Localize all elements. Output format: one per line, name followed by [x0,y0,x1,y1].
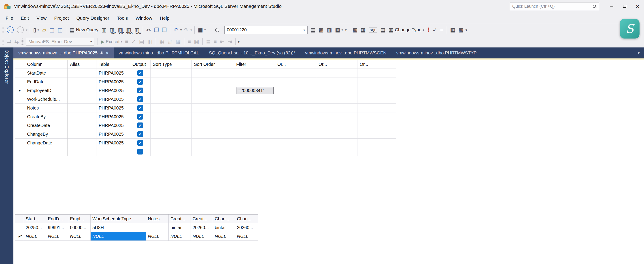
search-icon[interactable] [593,5,596,8]
menu-file[interactable]: File [2,13,17,24]
output-checkbox[interactable]: ✓ [137,114,143,120]
criteria-cell-table[interactable] [96,147,130,156]
criteria-cell-or2[interactable] [316,104,358,112]
criteria-cell-sort_order[interactable] [192,69,234,78]
criteria-cell-sort_type[interactable] [150,139,192,147]
criteria-cell-column[interactable]: EmployeeID [25,86,68,95]
criteria-cell-or2[interactable] [316,147,358,156]
results-cell[interactable]: NULL [46,232,68,241]
solution-explorer-button[interactable]: ▤ [309,25,317,35]
results-cell[interactable] [146,223,169,232]
new-file-button[interactable]: ▯▾ [32,25,41,35]
criteria-cell-sort_type[interactable] [150,130,192,139]
criteria-cell-sort_order[interactable] [192,121,234,130]
copy-button[interactable]: ❐ [152,25,160,35]
criteria-cell-table[interactable]: PHRPA0025 [96,104,130,112]
results-header-1[interactable]: Start... [24,214,46,223]
output-checkbox[interactable]: ✓ [137,88,143,93]
new-query-button[interactable]: ▤New Query [68,25,100,35]
criteria-cell-filter[interactable] [234,121,275,130]
criteria-cell-column[interactable]: ChangeDate [25,139,68,147]
criteria-cell-alias[interactable] [68,95,96,104]
criteria-cell-filter[interactable] [234,69,275,78]
show-sql-pane-button[interactable]: SQL [367,25,379,35]
criteria-cell-or3[interactable] [358,104,396,112]
criteria-cell-filter[interactable] [234,95,275,104]
criteria-cell-output[interactable]: ✓ [130,121,150,130]
output-checkbox[interactable]: ✓ [137,105,143,111]
query-designer-overflow[interactable]: ▾ [465,25,468,35]
criteria-cell-table[interactable]: PHRPA0025 [96,130,130,139]
criteria-cell-sort_order[interactable] [192,147,234,156]
criteria-cell-or2[interactable] [316,121,358,130]
results-header-2[interactable]: EndD... [46,214,68,223]
open-file-button[interactable]: ▱ [40,25,48,35]
results-row-selector[interactable] [15,223,24,232]
results-cell[interactable]: 00000... [68,223,90,232]
criteria-cell-or3[interactable] [358,121,396,130]
results-cell[interactable]: 99991... [46,223,68,232]
results-cell[interactable]: 20250... [24,223,46,232]
results-cell[interactable]: NULL [169,232,191,241]
close-button[interactable]: × [631,0,644,13]
find-options-button[interactable]: ▣▾ [196,25,207,35]
criteria-cell-table[interactable]: PHRPA0025 [96,86,130,95]
parse-button[interactable]: ✓ [130,37,138,46]
criteria-row-selector[interactable] [15,95,25,104]
find-combobox[interactable]: 00001220▾ [224,26,308,34]
save-all-button[interactable]: ◫ [56,25,64,35]
results-header-6[interactable]: Creat... [169,214,191,223]
show-criteria-pane-button[interactable]: ▦ [359,25,367,35]
document-tab-1[interactable]: vmwindows-minova...- dbo.PHRPA0025× [14,48,114,59]
minimize-button[interactable] [605,0,618,13]
results-cell[interactable]: NULL [68,232,90,241]
toolbar-grip[interactable] [2,38,4,45]
criteria-cell-output[interactable]: ✓ [130,104,150,112]
add-group-by-button[interactable]: ≡ [439,25,445,35]
output-checkbox[interactable]: ✓ [137,70,143,76]
results-header-5[interactable]: Notes [146,214,169,223]
criteria-cell-or3[interactable] [358,112,396,121]
quick-launch-box[interactable] [510,2,599,10]
criteria-cell-filter[interactable]: = '00000841' [234,86,275,95]
criteria-cell-or2[interactable] [316,112,358,121]
criteria-row-selector[interactable] [15,78,25,86]
criteria-cell-or2[interactable] [316,86,358,95]
criteria-cell-or2[interactable] [316,130,358,139]
navigate-forward-button[interactable]: → [15,25,25,35]
criteria-cell-alias[interactable] [68,121,96,130]
include-actual-plan-button[interactable]: ▧ [166,37,174,46]
criteria-row-selector[interactable] [15,104,25,112]
criteria-cell-alias[interactable] [68,69,96,78]
navigate-history-dropdown[interactable]: ▾ [25,25,28,35]
criteria-cell-sort_order[interactable] [192,112,234,121]
criteria-cell-column[interactable]: Notes [25,104,68,112]
criteria-cell-column[interactable]: StartDate [25,69,68,78]
available-databases-combobox[interactable]: MinovaES_Ekno_Dev▾ [26,38,94,46]
criteria-cell-sort_type[interactable] [150,95,192,104]
chevron-down-icon[interactable]: ▾ [88,40,94,44]
criteria-cell-output[interactable]: – [130,147,150,156]
show-results-pane-button[interactable]: ▤ [379,25,387,35]
criteria-cell-or1[interactable] [275,69,316,78]
criteria-cell-sort_order[interactable] [192,95,234,104]
output-checkbox[interactable]: ✓ [137,96,143,102]
screen-overlay-widget[interactable]: S [620,19,640,39]
results-cell[interactable]: bintar [169,223,191,232]
restore-button[interactable] [618,0,631,13]
criteria-cell-or1[interactable] [275,112,316,121]
criteria-cell-or3[interactable] [358,86,396,95]
intellisense-button[interactable]: ▦ [158,37,166,46]
criteria-cell-column[interactable] [25,147,68,156]
criteria-row-selector[interactable]: ▸ [15,86,25,95]
results-header-3[interactable]: Empl... [68,214,90,223]
criteria-cell-filter[interactable] [234,147,275,156]
change-connection-button[interactable]: ⇆ [13,37,20,46]
menu-window[interactable]: Window [132,13,156,24]
show-diagram-pane-button[interactable]: ▧ [351,25,359,35]
redo-button[interactable]: ↷ [182,25,190,35]
criteria-cell-output[interactable]: ✓ [130,130,150,139]
object-explorer-tab[interactable]: Object Explorer [0,48,14,264]
criteria-cell-or1[interactable] [275,147,316,156]
results-header-9[interactable]: Chan... [235,214,258,223]
